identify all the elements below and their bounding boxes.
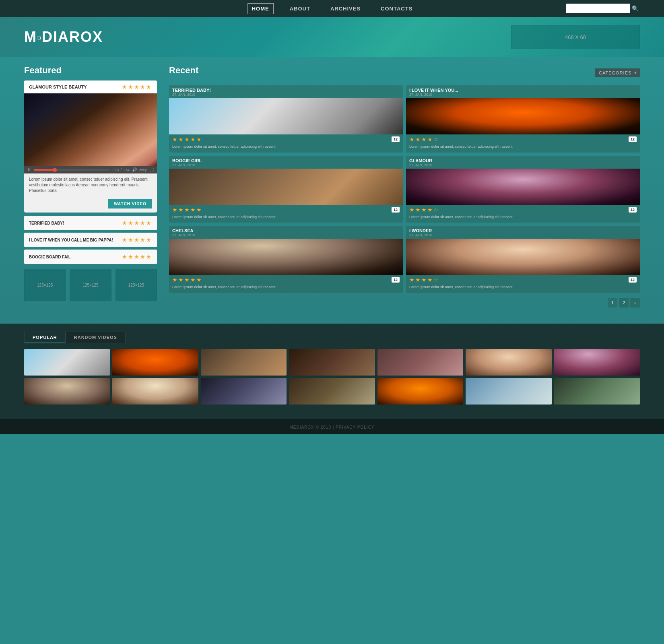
progress-dot (53, 168, 57, 172)
recent-card-title-5: I WONDER (409, 228, 637, 233)
recent-card-stars-2: ★★★★★ (172, 206, 202, 213)
header: M▫DIAROX 468 X 60 (0, 17, 664, 57)
bottom-thumb-3[interactable] (289, 349, 375, 376)
ad-row: 125×125 125×125 125×125 (24, 269, 157, 301)
recent-card-stars-3: ★★★★☆ (409, 206, 439, 213)
recent-card-comments-5: 12 (629, 277, 637, 283)
recent-section: Recent CATEGORIES TERRIFIED BABY! 27. JA… (169, 65, 640, 308)
recent-card-text-0: Lorem ipsum dolor sit amet, consec tetue… (169, 142, 403, 149)
featured-list-item-0[interactable]: TERRIFIED BABY! ★★★★★ (24, 216, 157, 230)
bottom-thumb-7[interactable] (24, 378, 110, 405)
recent-card-2[interactable]: BOOGIE GIRL 27. JAN, 2010 ★★★★★ 12 Lorem… (169, 156, 403, 223)
bottom-thumb-5[interactable] (466, 349, 551, 376)
bottom-thumb-9[interactable] (201, 378, 287, 405)
nav-item-about[interactable]: ABOUT (286, 4, 314, 14)
search-button[interactable]: 🔍 (630, 4, 640, 13)
bottom-thumb-11[interactable] (377, 378, 463, 405)
banner-ad: 468 X 60 (511, 25, 640, 49)
quality-label: 360p (139, 168, 147, 172)
featured-list-title-2: BOOGIE BOARD FAIL (29, 255, 71, 259)
recent-card-5[interactable]: I WONDER 27. JAN, 2010 ★★★★☆ 12 Lorem ip… (406, 226, 640, 293)
recent-card-footer-2: ★★★★★ 12 (169, 205, 403, 213)
bottom-thumb-2[interactable] (201, 349, 287, 376)
recent-card-thumb-5 (406, 239, 640, 275)
main-content: Featured GLAMOUR STYLE BEAUTY ★★★★★ ⏸ 0:… (0, 57, 664, 324)
featured-main-header: GLAMOUR STYLE BEAUTY ★★★★★ (24, 80, 157, 93)
recent-card-thumb-2 (169, 169, 403, 205)
bottom-thumb-0[interactable] (24, 349, 110, 376)
search-input[interactable] (566, 4, 630, 13)
recent-card-text-2: Lorem ipsum dolor sit amet, consec tetue… (169, 213, 403, 220)
recent-card-thumb-4 (169, 239, 403, 275)
tab-popular[interactable]: POPULAR (24, 332, 66, 343)
featured-list-item-1[interactable]: I LOVE IT WHEN YOU CALL ME BIG PAPPA! ★★… (24, 233, 157, 247)
recent-card-4[interactable]: CHELSEA 27. JAN, 2010 ★★★★★ 12 Lorem ips… (169, 226, 403, 293)
nav-item-archives[interactable]: ARCHIVES (326, 4, 365, 14)
video-thumbnail[interactable] (24, 93, 157, 166)
recent-card-0[interactable]: TERRIFIED BABY! 27. JAN, 2010 ★★★★★ 12 L… (169, 85, 403, 153)
bottom-thumb-4[interactable] (377, 349, 463, 376)
featured-main-card: GLAMOUR STYLE BEAUTY ★★★★★ ⏸ 0:07 / 0:34… (24, 80, 157, 213)
watch-video-button[interactable]: WATCH VIDEO (108, 199, 152, 208)
play-pause-button[interactable]: ⏸ (27, 167, 31, 172)
recent-card-text-5: Lorem ipsum dolor sit amet, consec tetue… (406, 283, 640, 290)
recent-card-header-2: BOOGIE GIRL 27. JAN, 2010 (169, 156, 403, 169)
thumb-row-2 (24, 378, 640, 405)
recent-card-thumb-0 (169, 98, 403, 134)
recent-card-header-4: CHELSEA 27. JAN, 2010 (169, 226, 403, 239)
ad-box-3: 125×125 (115, 269, 157, 301)
bottom-thumb-1[interactable] (112, 349, 198, 376)
recent-card-comments-0: 12 (392, 136, 400, 142)
thumb-row-1 (24, 349, 640, 376)
bottom-thumb-8[interactable] (112, 378, 198, 405)
bottom-thumb-12[interactable] (466, 378, 551, 405)
recent-card-footer-4: ★★★★★ 12 (169, 275, 403, 283)
page-button-next[interactable]: › (630, 298, 640, 308)
bottom-thumb-10[interactable] (289, 378, 375, 405)
recent-card-comments-4: 12 (392, 277, 400, 283)
tab-random-videos[interactable]: RANDOM VIDEOS (66, 332, 126, 343)
recent-card-stars-4: ★★★★★ (172, 277, 202, 283)
recent-card-footer-5: ★★★★☆ 12 (406, 275, 640, 283)
recent-card-comments-2: 12 (392, 207, 400, 213)
recent-card-text-1: Lorem ipsum dolor sit amet, consec tetue… (406, 142, 640, 149)
volume-icon[interactable]: 🔊 (132, 167, 137, 172)
featured-title: Featured (24, 65, 157, 76)
categories-dropdown-wrap: CATEGORIES (595, 68, 640, 77)
pagination: 1 2 › (169, 298, 640, 308)
page-button-1[interactable]: 1 (608, 298, 617, 308)
bottom-thumb-6[interactable] (554, 349, 640, 376)
bottom-thumb-13[interactable] (554, 378, 640, 405)
categories-dropdown[interactable]: CATEGORIES (595, 68, 640, 77)
recent-card-3[interactable]: GLAMOUR 27. JAN, 2010 ★★★★☆ 12 Lorem ips… (406, 156, 640, 223)
featured-list-stars-2: ★★★★★ (122, 254, 152, 260)
video-controls: ⏸ 0:07 / 0:34 🔊 360p ⛶ (24, 166, 157, 173)
featured-main-stars: ★★★★★ (122, 84, 152, 90)
featured-list-stars-0: ★★★★★ (122, 220, 152, 226)
recent-card-date-5: 27. JAN, 2010 (409, 233, 637, 237)
search-form: 🔍 (566, 4, 640, 13)
page-button-2[interactable]: 2 (619, 298, 629, 308)
bottom-section: POPULAR RANDOM VIDEOS (0, 324, 664, 419)
featured-list-item-2[interactable]: BOOGIE BOARD FAIL ★★★★★ (24, 250, 157, 264)
recent-card-title-1: I LOVE IT WHEN YOU... (409, 88, 637, 93)
logo: M▫DIAROX (24, 29, 103, 45)
recent-card-date-4: 27. JAN, 2010 (172, 233, 400, 237)
recent-card-header-1: I LOVE IT WHEN YOU... 27. JAN, 2010 (406, 85, 640, 98)
recent-card-1[interactable]: I LOVE IT WHEN YOU... 27. JAN, 2010 ★★★★… (406, 85, 640, 153)
fullscreen-icon[interactable]: ⛶ (150, 167, 154, 172)
nav-item-contacts[interactable]: CONTACTS (377, 4, 417, 14)
recent-card-date-2: 27. JAN, 2010 (172, 163, 400, 167)
recent-header: Recent CATEGORIES (169, 65, 640, 80)
recent-card-text-3: Lorem ipsum dolor sit amet, consec tetue… (406, 213, 640, 220)
nav-item-home[interactable]: HOME (247, 3, 274, 14)
recent-card-thumb-3 (406, 169, 640, 205)
recent-card-footer-1: ★★★★☆ 12 (406, 134, 640, 142)
recent-card-header-5: I WONDER 27. JAN, 2010 (406, 226, 640, 239)
recent-card-header-3: GLAMOUR 27. JAN, 2010 (406, 156, 640, 169)
progress-bar[interactable] (34, 169, 110, 171)
recent-card-stars-0: ★★★★★ (172, 136, 202, 142)
featured-section: Featured GLAMOUR STYLE BEAUTY ★★★★★ ⏸ 0:… (24, 65, 157, 308)
recent-card-date-0: 27. JAN, 2010 (172, 93, 400, 97)
recent-card-title-0: TERRIFIED BABY! (172, 88, 400, 93)
